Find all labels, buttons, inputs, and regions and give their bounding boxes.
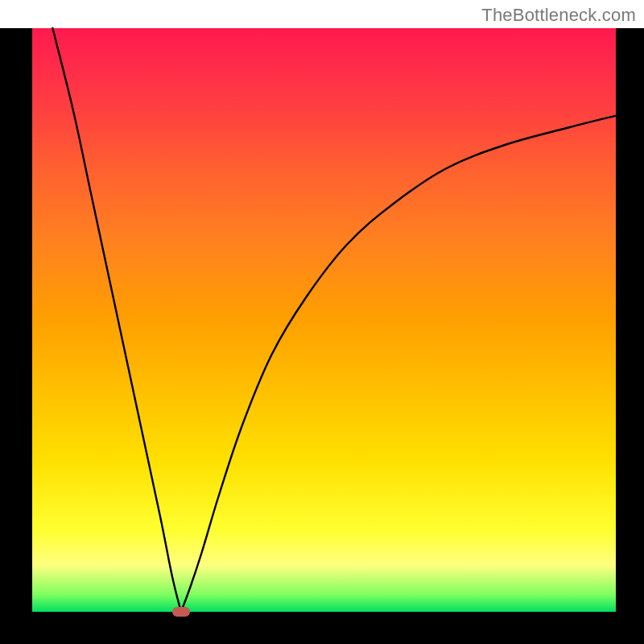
curve-layer (32, 28, 616, 612)
watermark-text: TheBottleneck.com (481, 5, 636, 26)
border-bottom (0, 612, 644, 644)
plot-area (32, 28, 616, 612)
border-left (0, 28, 32, 644)
chart-frame: TheBottleneck.com (0, 0, 644, 644)
border-right (616, 28, 644, 644)
bottleneck-marker (172, 607, 190, 617)
curve-left-branch (52, 28, 181, 612)
curve-right-branch (181, 116, 616, 612)
